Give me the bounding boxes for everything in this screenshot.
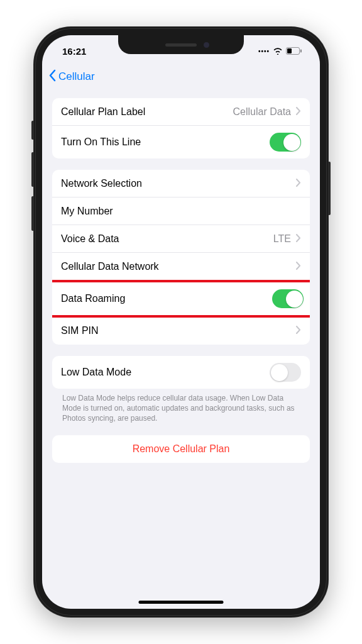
power-button bbox=[329, 162, 331, 215]
volume-down-button bbox=[31, 196, 33, 231]
row-my-number[interactable]: My Number bbox=[52, 197, 310, 225]
remove-cellular-plan-button[interactable]: Remove Cellular Plan bbox=[52, 435, 310, 463]
back-label: Cellular bbox=[58, 70, 95, 83]
row-label: Network Selection bbox=[61, 178, 142, 189]
content: Cellular Plan Label Cellular Data Turn O… bbox=[42, 98, 320, 463]
section-remove: Remove Cellular Plan bbox=[52, 435, 310, 463]
chevron-right-icon bbox=[296, 178, 301, 189]
row-label: Voice & Data bbox=[61, 233, 119, 245]
data-roaming-toggle[interactable] bbox=[272, 289, 304, 308]
toggle-thumb bbox=[283, 134, 300, 151]
remove-label: Remove Cellular Plan bbox=[133, 443, 230, 455]
row-label: SIM PIN bbox=[61, 325, 99, 336]
wifi-icon bbox=[273, 46, 283, 57]
phone-frame: 16:21 •••• Cellular bbox=[33, 26, 329, 618]
mute-switch bbox=[31, 121, 33, 140]
row-value: LTE bbox=[273, 233, 291, 245]
row-right: LTE bbox=[273, 233, 301, 245]
back-button[interactable]: Cellular bbox=[48, 69, 95, 85]
notch-camera bbox=[204, 42, 209, 48]
cellular-dots-icon: •••• bbox=[258, 48, 270, 55]
row-value: Cellular Data bbox=[233, 106, 291, 118]
row-low-data-mode: Low Data Mode bbox=[52, 356, 310, 389]
volume-up-button bbox=[31, 152, 33, 187]
chevron-right-icon bbox=[296, 261, 301, 272]
status-icons: •••• bbox=[258, 46, 302, 57]
notch bbox=[118, 35, 244, 54]
nav-bar: Cellular bbox=[42, 63, 320, 91]
turn-on-line-toggle[interactable] bbox=[270, 133, 301, 152]
toggle-thumb bbox=[271, 364, 288, 381]
row-cellular-data-network[interactable]: Cellular Data Network bbox=[52, 253, 310, 280]
toggle-thumb bbox=[286, 291, 303, 308]
row-network-selection[interactable]: Network Selection bbox=[52, 170, 310, 197]
notch-speaker bbox=[165, 43, 197, 47]
row-label: Cellular Plan Label bbox=[61, 106, 145, 118]
chevron-right-icon bbox=[296, 233, 301, 245]
status-time: 16:21 bbox=[62, 46, 86, 57]
section-network: Network Selection My Number Voice & Data… bbox=[52, 170, 310, 345]
svg-rect-2 bbox=[300, 49, 302, 52]
row-turn-on-line: Turn On This Line bbox=[52, 126, 310, 158]
chevron-right-icon bbox=[296, 325, 301, 336]
chevron-left-icon bbox=[48, 69, 56, 85]
row-right: Cellular Data bbox=[233, 106, 301, 118]
low-data-footer: Low Data Mode helps reduce cellular data… bbox=[52, 389, 310, 424]
row-label: Data Roaming bbox=[61, 293, 125, 304]
battery-icon bbox=[286, 46, 302, 57]
row-voice-data[interactable]: Voice & Data LTE bbox=[52, 225, 310, 253]
row-label: Turn On This Line bbox=[61, 136, 141, 148]
chevron-right-icon bbox=[296, 106, 301, 118]
row-label: Low Data Mode bbox=[61, 367, 131, 378]
row-cellular-plan-label[interactable]: Cellular Plan Label Cellular Data bbox=[52, 98, 310, 126]
low-data-mode-toggle[interactable] bbox=[270, 363, 301, 382]
row-sim-pin[interactable]: SIM PIN bbox=[52, 317, 310, 345]
section-plan: Cellular Plan Label Cellular Data Turn O… bbox=[52, 98, 310, 158]
row-label: My Number bbox=[61, 206, 113, 217]
screen: 16:21 •••• Cellular bbox=[42, 35, 320, 609]
svg-rect-1 bbox=[287, 48, 292, 53]
home-indicator[interactable] bbox=[139, 601, 224, 604]
row-data-roaming: Data Roaming bbox=[52, 280, 310, 318]
row-label: Cellular Data Network bbox=[61, 261, 159, 272]
section-low-data: Low Data Mode bbox=[52, 356, 310, 389]
